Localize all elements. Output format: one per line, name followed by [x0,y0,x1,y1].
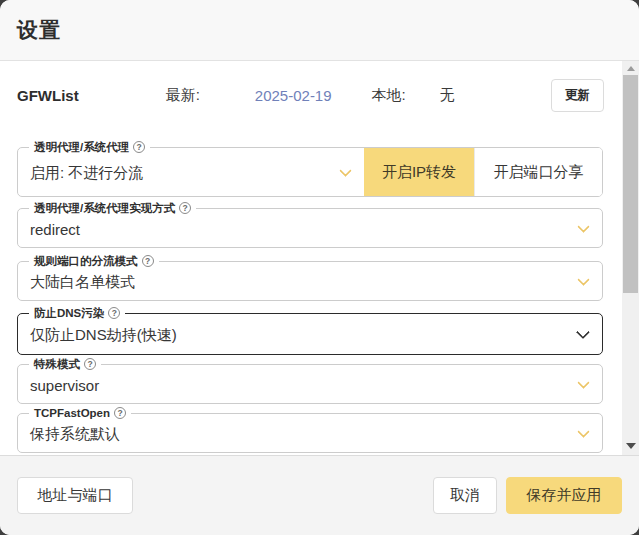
triangle-up-icon [627,66,635,71]
dialog-footer: 地址与端口 取消 保存并应用 [0,455,639,535]
chevron-down-icon [577,273,590,286]
chevron-down-icon [577,220,590,233]
cancel-button[interactable]: 取消 [433,477,497,514]
gfwlist-latest-label: 最新: [166,86,200,105]
help-icon[interactable]: ? [84,358,96,370]
vertical-scrollbar[interactable] [622,61,639,455]
enable-port-share-button[interactable]: 开启端口分享 [474,148,602,196]
settings-dialog: 设置 GFWList 最新: 2025-02-19 本地: 无 更新 透明代理/… [0,0,639,535]
field-tcp-fast-open: TCPFastOpen ? 保持系统默认 [17,413,603,453]
chevron-down-icon [576,325,590,339]
field-transparent-proxy-label: 透明代理/系统代理 ? [29,140,150,154]
field-tcp-fast-open-label: TCPFastOpen ? [29,406,131,420]
dialog-title: 设置 [17,16,61,44]
help-icon[interactable]: ? [108,307,120,319]
gfwlist-name: GFWList [17,87,79,104]
field-special-mode-label: 特殊模式 ? [29,357,101,371]
save-apply-button[interactable]: 保存并应用 [506,477,622,514]
field-dns-pollution: 防止DNS污染 ? 仅防止DNS劫持(快速) [17,313,603,355]
chevron-down-icon [577,376,590,389]
fields-list: 透明代理/系统代理 ? 启用: 不进行分流 开启IP转发 开启端口分享 [0,147,622,453]
triangle-down-icon [626,443,636,449]
gfwlist-row: GFWList 最新: 2025-02-19 本地: 无 更新 [0,61,622,129]
dns-pollution-select[interactable]: 仅防止DNS劫持(快速) [18,314,602,354]
help-icon[interactable]: ? [142,255,154,267]
address-ports-button[interactable]: 地址与端口 [17,477,133,514]
field-transparent-proxy: 透明代理/系统代理 ? 启用: 不进行分流 开启IP转发 开启端口分享 [17,147,603,197]
gfwlist-local-label: 本地: [372,86,406,105]
help-icon[interactable]: ? [133,141,145,153]
dialog-content: GFWList 最新: 2025-02-19 本地: 无 更新 透明代理/系统代… [0,61,622,455]
scrollbar-down-arrow[interactable] [622,439,639,453]
scrollbar-up-arrow[interactable] [622,61,639,75]
field-split-mode: 规则端口的分流模式 ? 大陆白名单模式 [17,261,603,301]
help-icon[interactable]: ? [114,407,126,419]
help-icon[interactable]: ? [179,202,191,214]
dialog-body: GFWList 最新: 2025-02-19 本地: 无 更新 透明代理/系统代… [0,61,639,455]
field-special-mode: 特殊模式 ? supervisor [17,364,603,404]
gfwlist-local-value: 无 [440,86,455,105]
field-proxy-implementation-label: 透明代理/系统代理实现方式 ? [29,201,196,215]
field-proxy-implementation: 透明代理/系统代理实现方式 ? redirect [17,208,603,248]
enable-ip-forward-button[interactable]: 开启IP转发 [364,148,474,196]
gfwlist-latest-date: 2025-02-19 [255,87,332,104]
field-split-mode-label: 规则端口的分流模式 ? [29,254,159,268]
special-mode-select[interactable]: supervisor [18,365,602,403]
chevron-down-icon [339,164,352,177]
chevron-down-icon [577,425,590,438]
gfwlist-update-button[interactable]: 更新 [551,79,604,112]
transparent-proxy-select[interactable]: 启用: 不进行分流 [18,148,364,196]
scrollbar-thumb[interactable] [623,75,638,293]
field-dns-pollution-label: 防止DNS污染 ? [29,306,125,320]
dialog-header: 设置 [0,0,639,61]
